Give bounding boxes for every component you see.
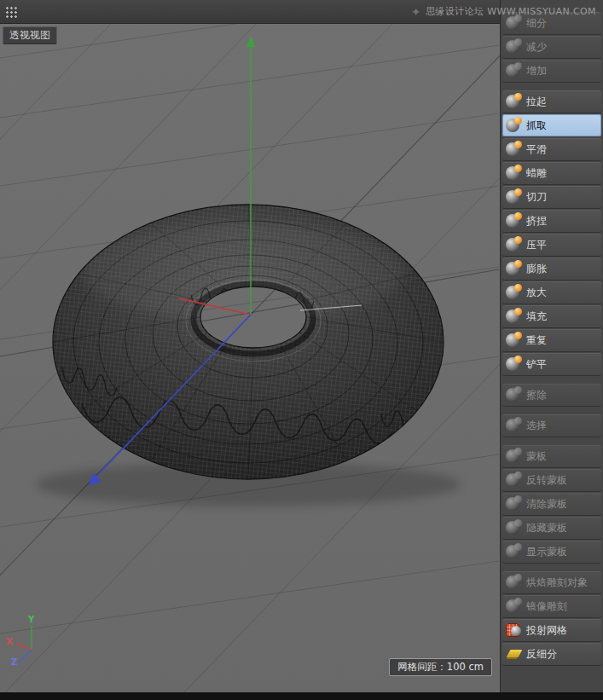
tool-label: 蒙板 (526, 449, 547, 464)
increase-icon (505, 62, 522, 79)
sculpt-tool-panel: 细分 减少 增加 拉起 抓取 平滑 蜡雕 切刀 挤捏 压平 (500, 0, 603, 692)
select-icon (505, 417, 522, 434)
amplify-tool-button[interactable]: 放大 (502, 281, 601, 304)
tool-label: 选择 (526, 419, 547, 433)
tool-label: 反细分 (526, 647, 557, 662)
axis-gizmo-y-label: Y (28, 615, 34, 624)
tool-label: 平滑 (526, 142, 547, 157)
invert-mask-tool-button[interactable]: 反转蒙板 (502, 469, 601, 491)
scrape-tool-button[interactable]: 铲平 (502, 353, 601, 375)
desubdivide-icon (505, 645, 522, 662)
hide-mask-tool-button[interactable]: 隐藏蒙板 (502, 517, 601, 539)
tool-label: 重复 (526, 333, 547, 348)
tool-label: 细分 (526, 16, 547, 31)
tool-label: 烘焙雕刻对象 (526, 576, 588, 590)
view-label: 透视视图 (3, 26, 57, 44)
knife-tool-button[interactable]: 切刀 (502, 186, 601, 208)
fill-tool-button[interactable]: 填充 (502, 305, 601, 327)
tool-label: 放大 (526, 286, 547, 300)
repeat-icon (505, 332, 522, 349)
bottom-strip (0, 692, 603, 700)
repeat-tool-button[interactable]: 重复 (502, 329, 601, 351)
bake-sculpt-tool-button[interactable]: 烘焙雕刻对象 (502, 571, 601, 593)
decrease-icon (505, 38, 522, 55)
inflate-icon (505, 260, 522, 277)
increase-tool-button[interactable]: 增加 (502, 60, 601, 82)
inflate-tool-button[interactable]: 膨胀 (502, 257, 601, 280)
compass-star-icon: ✦ (411, 6, 421, 18)
clear-mask-tool-button[interactable]: 清除蒙板 (502, 493, 601, 515)
pull-icon (505, 93, 522, 110)
hide-mask-icon (505, 519, 522, 536)
tool-label: 拉起 (526, 95, 547, 109)
bake-sculpt-icon (505, 574, 522, 591)
show-mask-icon (505, 543, 522, 560)
show-mask-tool-button[interactable]: 显示蒙板 (502, 541, 601, 563)
flatten-icon (505, 236, 522, 253)
tool-label: 减少 (526, 40, 547, 55)
project-mesh-icon (505, 622, 522, 639)
pull-tool-button[interactable]: 拉起 (502, 90, 601, 113)
tool-label: 挤捏 (526, 214, 547, 229)
tool-label: 填充 (526, 310, 547, 324)
scene-canvas (0, 24, 500, 692)
mirror-sculpt-icon (505, 598, 522, 615)
tool-label: 镜像雕刻 (526, 599, 567, 614)
project-mesh-tool-button[interactable]: 投射网格 (502, 619, 601, 641)
axis-gizmo-x-label: X (6, 637, 13, 646)
tool-label: 铲平 (526, 357, 547, 372)
tool-label: 反转蒙板 (526, 473, 567, 488)
wax-tool-button[interactable]: 蜡雕 (502, 162, 601, 184)
grab-icon (505, 117, 522, 134)
tool-label: 抓取 (526, 119, 547, 133)
invert-mask-icon (505, 471, 522, 489)
watermark-text: 思缘设计论坛 WWW.MISSYUAN.COM (426, 5, 596, 18)
grab-tool-button[interactable]: 抓取 (502, 114, 601, 136)
tool-label: 显示蒙板 (526, 545, 567, 559)
mask-tool-button[interactable]: 蒙板 (502, 445, 601, 467)
knife-icon (505, 188, 522, 205)
axis-gizmo: X Y Z (5, 616, 51, 670)
amplify-icon (505, 284, 522, 301)
select-tool-button[interactable]: 选择 (502, 414, 601, 437)
flatten-tool-button[interactable]: 压平 (502, 234, 601, 256)
tool-label: 蜡雕 (526, 166, 547, 181)
tool-label: 切刀 (526, 190, 547, 205)
torus-mesh-object (53, 205, 444, 479)
mirror-sculpt-tool-button[interactable]: 镜像雕刻 (502, 595, 601, 617)
tool-label: 擦除 (526, 388, 547, 402)
desubdivide-tool-button[interactable]: 反细分 (502, 643, 601, 665)
tool-label: 增加 (526, 64, 547, 78)
pinch-icon (505, 212, 522, 229)
tool-label: 隐藏蒙板 (526, 521, 567, 535)
axis-gizmo-z-label: Z (11, 657, 17, 667)
erase-icon (505, 386, 522, 403)
smooth-tool-button[interactable]: 平滑 (502, 138, 601, 160)
smooth-icon (505, 141, 522, 158)
pinch-tool-button[interactable]: 挤捏 (502, 210, 601, 232)
viewport-menu-icon[interactable] (4, 5, 17, 18)
watermark: ✦ 思缘设计论坛 WWW.MISSYUAN.COM (411, 5, 596, 18)
axis-y-arrowhead (246, 36, 255, 47)
clear-mask-icon (505, 495, 522, 512)
tool-label: 清除蒙板 (526, 497, 567, 512)
tool-label: 膨胀 (526, 262, 547, 276)
decrease-tool-button[interactable]: 减少 (502, 36, 601, 58)
grid-spacing-badge: 网格间距：100 cm (389, 658, 492, 676)
mask-icon (505, 448, 522, 465)
tool-label: 压平 (526, 238, 547, 252)
tool-label: 投射网格 (526, 623, 567, 638)
fill-icon (505, 308, 522, 325)
wax-icon (505, 165, 522, 182)
erase-tool-button[interactable]: 擦除 (502, 384, 601, 406)
viewport-3d[interactable]: 透视视图 网格间距：100 cm X Y Z (0, 24, 500, 692)
scrape-icon (505, 356, 522, 373)
